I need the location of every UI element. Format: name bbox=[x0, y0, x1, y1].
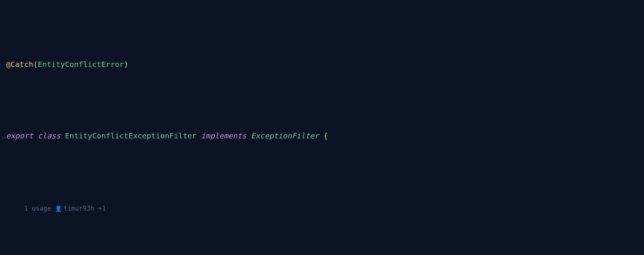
inlay-usage[interactable]: 1 usage👤timur93h +1 bbox=[2, 200, 644, 214]
type-ref: EntityConflictError bbox=[38, 60, 124, 69]
paren-close: ) bbox=[124, 60, 128, 69]
interface-name: ExceptionFilter bbox=[251, 131, 319, 140]
paren-open: ( bbox=[33, 60, 38, 69]
code-editor[interactable]: @Catch(EntityConflictError) ⌄export clas… bbox=[0, 0, 644, 255]
kw-class: class bbox=[38, 131, 60, 140]
brace-open: { bbox=[324, 131, 328, 140]
code-line[interactable]: ⌄export class EntityConflictExceptionFil… bbox=[2, 129, 644, 143]
fold-icon[interactable]: ⌄ bbox=[2, 129, 6, 143]
kw-implements: implements bbox=[201, 131, 246, 140]
usage-count[interactable]: 1 usage bbox=[24, 205, 51, 212]
gutter-blank bbox=[2, 57, 6, 71]
decorator: @Catch bbox=[6, 60, 33, 69]
class-name: EntityConflictExceptionFilter bbox=[65, 131, 197, 140]
author-hint[interactable]: timur93h +1 bbox=[64, 205, 106, 212]
user-icon: 👤 bbox=[55, 205, 62, 212]
code-line[interactable]: @Catch(EntityConflictError) bbox=[2, 57, 644, 71]
kw-export: export bbox=[6, 131, 33, 140]
